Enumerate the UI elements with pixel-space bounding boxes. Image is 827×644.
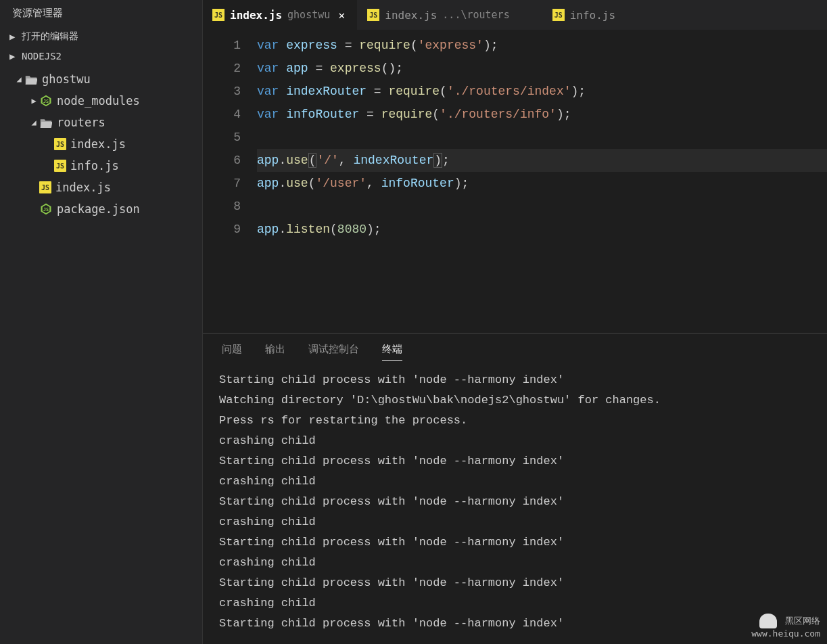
- nodejs-icon: JS: [39, 94, 53, 108]
- js-icon: JS: [54, 138, 66, 150]
- js-icon: JS: [552, 9, 565, 21]
- tree-item-index-js[interactable]: JSindex.js: [0, 133, 202, 155]
- panel-tabs: 问题输出调试控制台终端: [203, 334, 827, 367]
- editor-tab-2[interactable]: JSinfo.js: [543, 0, 648, 30]
- tree-item-label: index.js: [55, 181, 111, 194]
- panel-tab-0[interactable]: 问题: [222, 343, 242, 361]
- close-icon[interactable]: ✕: [335, 9, 348, 22]
- line-numbers: 123456789: [203, 34, 257, 333]
- tab-path: ghostwu: [287, 9, 330, 21]
- chevron-down-icon: ◢: [14, 74, 24, 84]
- svg-text:JS: JS: [43, 99, 49, 104]
- open-editors-label: 打开的编辑器: [22, 30, 78, 43]
- tree-item-label: info.js: [70, 159, 119, 172]
- file-tree: ◢ghostwu▶JSnode_modules◢routersJSindex.j…: [0, 66, 202, 223]
- terminal-output[interactable]: Starting child process with 'node --harm…: [203, 367, 827, 644]
- panel-tab-2[interactable]: 调试控制台: [308, 343, 359, 361]
- tab-title: info.js: [570, 9, 615, 22]
- js-icon: JS: [367, 9, 379, 21]
- tab-title: index.js: [230, 9, 282, 22]
- js-icon: JS: [39, 181, 51, 193]
- tree-item-node_modules[interactable]: ▶JSnode_modules: [0, 90, 202, 112]
- nodejs-icon: JS: [39, 202, 53, 216]
- chevron-down-icon: ◢: [28, 118, 39, 127]
- tree-item-ghostwu[interactable]: ◢ghostwu: [0, 68, 202, 90]
- tree-item-routers[interactable]: ◢routers: [0, 112, 202, 133]
- code-editor[interactable]: 123456789 var express = require('express…: [203, 30, 827, 333]
- panel-tab-1[interactable]: 输出: [265, 343, 285, 361]
- tab-path: ...\routers: [442, 9, 509, 21]
- tree-item-package-json[interactable]: JSpackage.json: [0, 198, 202, 220]
- folder-open-icon: [39, 116, 53, 129]
- editor-tab-1[interactable]: JSindex.js...\routers: [358, 0, 542, 30]
- explorer-title: 资源管理器: [0, 0, 202, 26]
- chevron-right-icon: ▶: [9, 31, 19, 42]
- chevron-right-icon: ▶: [28, 96, 39, 106]
- tree-item-label: index.js: [70, 137, 126, 151]
- editor-tabs: JSindex.jsghostwu✕JSindex.js...\routersJ…: [203, 0, 827, 30]
- chevron-right-icon: ▶: [9, 51, 19, 62]
- open-editors-section[interactable]: ▶ 打开的编辑器: [0, 26, 202, 47]
- code-content[interactable]: var express = require('express');var app…: [257, 34, 827, 333]
- main-area: JSindex.jsghostwu✕JSindex.js...\routersJ…: [203, 0, 827, 644]
- bottom-panel: 问题输出调试控制台终端 Starting child process with …: [203, 333, 827, 644]
- js-icon: JS: [212, 9, 225, 21]
- panel-tab-3[interactable]: 终端: [382, 343, 402, 361]
- tree-item-label: routers: [57, 116, 105, 129]
- tree-item-label: package.json: [57, 202, 140, 216]
- project-label: NODEJS2: [22, 51, 62, 62]
- folder-open-icon: [24, 72, 38, 86]
- tree-item-info-js[interactable]: JSinfo.js: [0, 155, 202, 177]
- editor-tab-0[interactable]: JSindex.jsghostwu✕: [203, 0, 358, 30]
- tree-item-index-js[interactable]: JSindex.js: [0, 177, 202, 198]
- tab-title: index.js: [385, 9, 437, 22]
- js-icon: JS: [54, 160, 66, 172]
- explorer-sidebar: 资源管理器 ▶ 打开的编辑器 ▶ NODEJS2 ◢ghostwu▶JSnode…: [0, 0, 203, 644]
- svg-text:JS: JS: [43, 207, 49, 212]
- tree-item-label: ghostwu: [42, 72, 91, 86]
- project-section[interactable]: ▶ NODEJS2: [0, 47, 202, 66]
- tree-item-label: node_modules: [57, 94, 140, 108]
